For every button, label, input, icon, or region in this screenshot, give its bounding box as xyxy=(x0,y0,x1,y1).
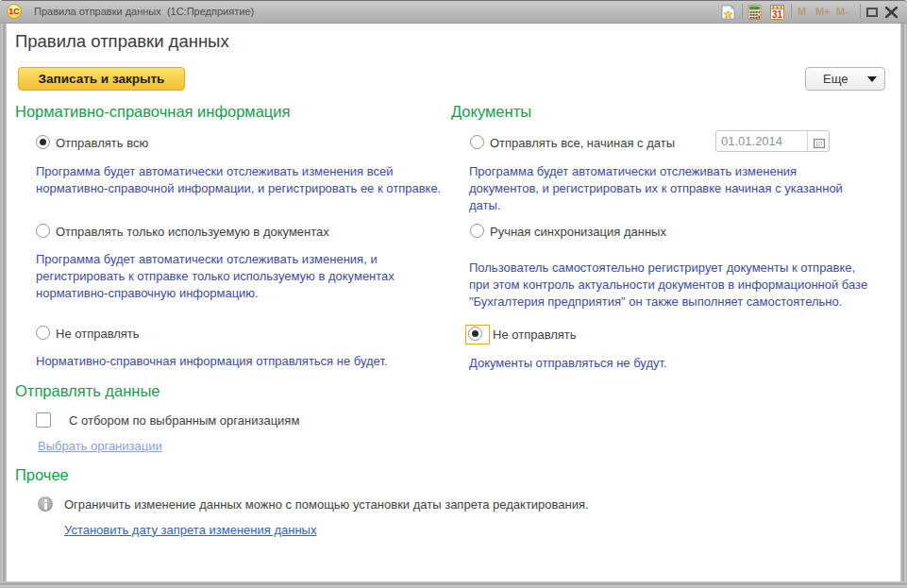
svg-text:31: 31 xyxy=(772,9,783,20)
